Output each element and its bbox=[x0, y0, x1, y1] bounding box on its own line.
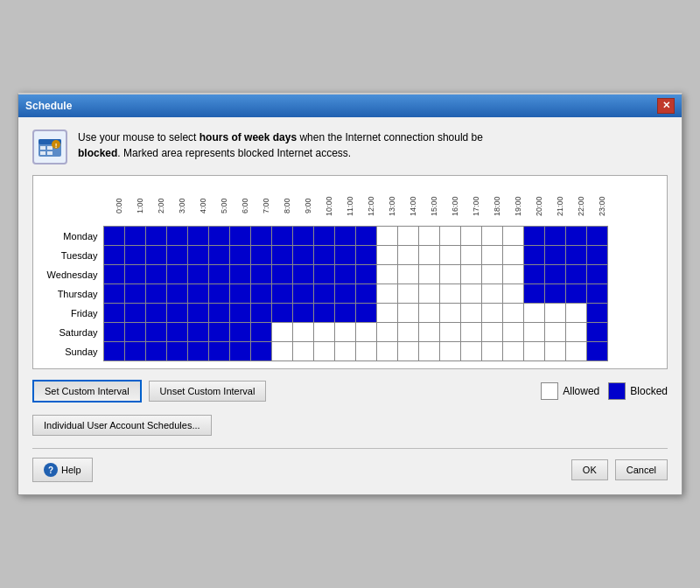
schedule-cell[interactable] bbox=[523, 323, 544, 342]
schedule-cell[interactable] bbox=[586, 265, 607, 284]
schedule-cell[interactable] bbox=[292, 342, 313, 361]
schedule-cell[interactable] bbox=[103, 265, 124, 284]
schedule-cell[interactable] bbox=[208, 342, 229, 361]
schedule-cell[interactable] bbox=[418, 304, 439, 323]
schedule-cell[interactable] bbox=[418, 323, 439, 342]
schedule-cell[interactable] bbox=[334, 304, 355, 323]
schedule-cell[interactable] bbox=[250, 284, 271, 304]
schedule-cell[interactable] bbox=[229, 246, 250, 265]
schedule-cell[interactable] bbox=[460, 342, 481, 361]
schedule-cell[interactable] bbox=[418, 246, 439, 265]
schedule-cell[interactable] bbox=[439, 284, 460, 304]
schedule-cell[interactable] bbox=[292, 304, 313, 323]
schedule-cell[interactable] bbox=[229, 323, 250, 342]
schedule-cell[interactable] bbox=[481, 323, 502, 342]
schedule-cell[interactable] bbox=[418, 265, 439, 284]
schedule-cell[interactable] bbox=[334, 227, 355, 246]
schedule-cell[interactable] bbox=[460, 304, 481, 323]
schedule-cell[interactable] bbox=[229, 227, 250, 246]
schedule-cell[interactable] bbox=[124, 227, 145, 246]
schedule-cell[interactable] bbox=[166, 342, 187, 361]
ok-button[interactable]: OK bbox=[571, 459, 608, 480]
schedule-cell[interactable] bbox=[439, 246, 460, 265]
schedule-cell[interactable] bbox=[502, 265, 523, 284]
schedule-cell[interactable] bbox=[481, 265, 502, 284]
close-button[interactable]: ✕ bbox=[657, 98, 675, 114]
schedule-cell[interactable] bbox=[313, 227, 334, 246]
schedule-cell[interactable] bbox=[460, 227, 481, 246]
schedule-cell[interactable] bbox=[397, 246, 418, 265]
schedule-cell[interactable] bbox=[565, 265, 586, 284]
schedule-cell[interactable] bbox=[229, 265, 250, 284]
schedule-cell[interactable] bbox=[544, 304, 565, 323]
schedule-cell[interactable] bbox=[292, 227, 313, 246]
schedule-cell[interactable] bbox=[271, 227, 292, 246]
schedule-cell[interactable] bbox=[481, 304, 502, 323]
schedule-cell[interactable] bbox=[418, 227, 439, 246]
schedule-cell[interactable] bbox=[187, 265, 208, 284]
schedule-cell[interactable] bbox=[271, 246, 292, 265]
schedule-cell[interactable] bbox=[187, 246, 208, 265]
schedule-cell[interactable] bbox=[103, 246, 124, 265]
schedule-cell[interactable] bbox=[376, 284, 397, 304]
schedule-cell[interactable] bbox=[124, 265, 145, 284]
schedule-cell[interactable] bbox=[481, 342, 502, 361]
schedule-cell[interactable] bbox=[334, 284, 355, 304]
schedule-cell[interactable] bbox=[544, 246, 565, 265]
set-custom-interval-button[interactable]: Set Custom Interval bbox=[32, 380, 142, 402]
schedule-cell[interactable] bbox=[460, 246, 481, 265]
schedule-cell[interactable] bbox=[103, 227, 124, 246]
schedule-cell[interactable] bbox=[334, 265, 355, 284]
schedule-cell[interactable] bbox=[145, 246, 166, 265]
schedule-cell[interactable] bbox=[187, 227, 208, 246]
schedule-cell[interactable] bbox=[124, 342, 145, 361]
schedule-cell[interactable] bbox=[397, 265, 418, 284]
schedule-cell[interactable] bbox=[292, 323, 313, 342]
schedule-cell[interactable] bbox=[292, 265, 313, 284]
schedule-cell[interactable] bbox=[502, 342, 523, 361]
schedule-cell[interactable] bbox=[481, 246, 502, 265]
schedule-cell[interactable] bbox=[250, 323, 271, 342]
help-button[interactable]: ? Help bbox=[32, 458, 93, 482]
schedule-cell[interactable] bbox=[586, 227, 607, 246]
cancel-button[interactable]: Cancel bbox=[615, 459, 668, 480]
schedule-cell[interactable] bbox=[313, 246, 334, 265]
schedule-cell[interactable] bbox=[250, 265, 271, 284]
schedule-cell[interactable] bbox=[187, 304, 208, 323]
schedule-cell[interactable] bbox=[313, 265, 334, 284]
schedule-cell[interactable] bbox=[376, 227, 397, 246]
schedule-cell[interactable] bbox=[103, 342, 124, 361]
schedule-cell[interactable] bbox=[355, 342, 376, 361]
schedule-cell[interactable] bbox=[460, 284, 481, 304]
schedule-cell[interactable] bbox=[397, 304, 418, 323]
schedule-cell[interactable] bbox=[334, 323, 355, 342]
schedule-cell[interactable] bbox=[544, 284, 565, 304]
schedule-cell[interactable] bbox=[187, 342, 208, 361]
schedule-cell[interactable] bbox=[103, 323, 124, 342]
schedule-cell[interactable] bbox=[376, 246, 397, 265]
schedule-cell[interactable] bbox=[397, 342, 418, 361]
schedule-cell[interactable] bbox=[523, 284, 544, 304]
schedule-cell[interactable] bbox=[355, 284, 376, 304]
schedule-cell[interactable] bbox=[565, 304, 586, 323]
schedule-cell[interactable] bbox=[145, 284, 166, 304]
unset-custom-interval-button[interactable]: Unset Custom Interval bbox=[149, 381, 267, 402]
schedule-cell[interactable] bbox=[355, 265, 376, 284]
schedule-cell[interactable] bbox=[439, 265, 460, 284]
schedule-cell[interactable] bbox=[271, 284, 292, 304]
schedule-cell[interactable] bbox=[418, 284, 439, 304]
schedule-cell[interactable] bbox=[166, 304, 187, 323]
schedule-cell[interactable] bbox=[250, 304, 271, 323]
schedule-cell[interactable] bbox=[313, 284, 334, 304]
schedule-cell[interactable] bbox=[565, 227, 586, 246]
schedule-cell[interactable] bbox=[145, 265, 166, 284]
schedule-cell[interactable] bbox=[271, 265, 292, 284]
schedule-cell[interactable] bbox=[208, 246, 229, 265]
schedule-cell[interactable] bbox=[376, 342, 397, 361]
schedule-cell[interactable] bbox=[250, 227, 271, 246]
schedule-cell[interactable] bbox=[229, 284, 250, 304]
schedule-cell[interactable] bbox=[565, 323, 586, 342]
schedule-cell[interactable] bbox=[124, 323, 145, 342]
schedule-cell[interactable] bbox=[334, 246, 355, 265]
schedule-cell[interactable] bbox=[544, 342, 565, 361]
